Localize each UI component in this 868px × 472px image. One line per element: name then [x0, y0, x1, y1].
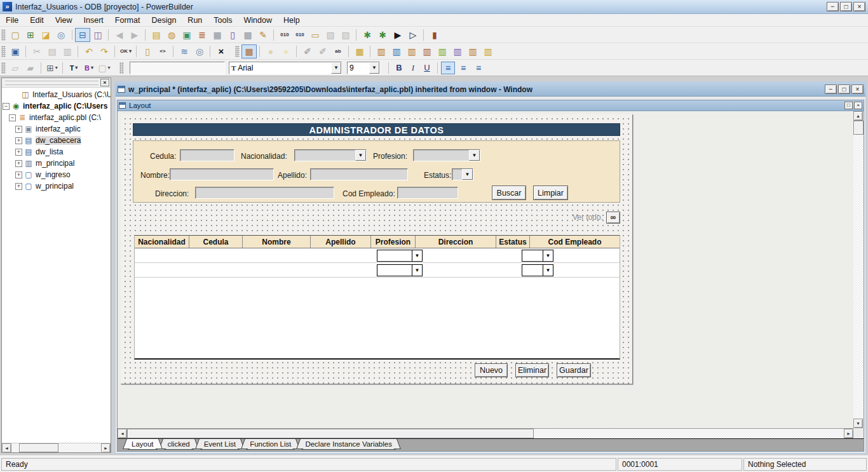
toolbar-grip[interactable]: [1, 46, 6, 57]
nombre-input[interactable]: [170, 168, 274, 180]
grid-column-header[interactable]: Nacionalidad: [135, 236, 189, 248]
export-source-icon[interactable]: 010: [277, 28, 292, 42]
underline-button[interactable]: U: [420, 62, 434, 74]
menu-item[interactable]: Design: [146, 14, 182, 27]
tree-item-application-target[interactable]: − ◉ interfaz_aplic (C:\Users: [2, 100, 111, 112]
painter-tab[interactable]: clicked: [164, 439, 194, 450]
expander-icon[interactable]: +: [15, 160, 22, 167]
menu-item[interactable]: View: [50, 14, 78, 27]
workspace-tree-icon[interactable]: ⊟: [75, 28, 90, 42]
estatus-dropdown[interactable]: ▼: [452, 168, 473, 180]
nuevo-button[interactable]: Nuevo: [475, 363, 508, 377]
scroll-thumb[interactable]: [853, 121, 864, 135]
expander-icon[interactable]: +: [15, 126, 22, 133]
designed-window-w-principal[interactable]: ADMINISTRADOR DE DATOS Cedula: Nacionali…: [121, 114, 633, 384]
datawindow-painter-icon[interactable]: ▯: [225, 28, 240, 42]
cedula-input[interactable]: [180, 149, 234, 161]
scroll-up-icon[interactable]: ▲: [853, 111, 863, 121]
tree-item-dw-lista[interactable]: + ▤ dw_lista: [2, 146, 111, 158]
nacionalidad-dropdown[interactable]: ▼: [294, 149, 367, 161]
toolbar-grip[interactable]: [1, 29, 6, 41]
run-icon[interactable]: ▶: [390, 28, 405, 42]
chevron-down-icon[interactable]: ▼: [412, 265, 422, 276]
grid-column-header[interactable]: Nombre: [243, 236, 311, 248]
paste-window-icon[interactable]: ▥: [450, 44, 465, 58]
drag-handle[interactable]: [5, 81, 98, 85]
scroll-right-icon[interactable]: ►: [844, 429, 853, 438]
background-color-icon[interactable]: B: [81, 61, 97, 75]
scroll-thumb[interactable]: [19, 443, 58, 452]
close-painter-icon[interactable]: ×: [214, 44, 229, 58]
object-name-field[interactable]: [130, 62, 225, 74]
close-icon[interactable]: ×: [100, 79, 109, 86]
expander-icon[interactable]: [12, 91, 19, 98]
close-button[interactable]: ×: [853, 2, 865, 11]
scroll-thumb[interactable]: [127, 429, 534, 438]
expander-icon[interactable]: +: [15, 149, 22, 156]
eraser-link-icon[interactable]: ✐: [315, 44, 330, 58]
undo-icon[interactable]: ↶: [81, 44, 97, 58]
expander-icon[interactable]: −: [9, 114, 16, 121]
apellido-input[interactable]: [310, 168, 408, 180]
scroll-down-icon[interactable]: ▼: [853, 419, 863, 428]
database-painter-icon[interactable]: ▦: [210, 28, 225, 42]
align-left-icon[interactable]: ≡: [441, 62, 455, 74]
db-profile-icon[interactable]: ◍: [164, 28, 179, 42]
paste-function-icon[interactable]: ▥: [419, 44, 435, 58]
expander-icon[interactable]: +: [15, 137, 22, 144]
menu-item[interactable]: Insert: [78, 14, 109, 27]
debug-icon[interactable]: ✱: [360, 28, 375, 42]
bring-to-front-icon[interactable]: ▱: [8, 61, 23, 75]
direccion-input[interactable]: [195, 187, 334, 199]
replace-icon[interactable]: ab: [330, 44, 346, 58]
open-icon[interactable]: ◪: [38, 28, 53, 42]
layout-align-dropdown-icon[interactable]: ⊞: [44, 61, 60, 75]
paste-datatype-icon[interactable]: ▥: [435, 44, 450, 58]
rebuild-icon[interactable]: ▨: [338, 28, 353, 42]
close-button[interactable]: ×: [851, 84, 864, 94]
chevron-down-icon[interactable]: ▼: [543, 250, 553, 261]
scroll-track[interactable]: [127, 429, 844, 438]
database-icon[interactable]: ▩: [240, 28, 255, 42]
menu-item[interactable]: Format: [109, 14, 146, 27]
painter-tab[interactable]: Declare Instance Variables: [301, 439, 396, 450]
grid-column-header[interactable]: Profesion: [371, 236, 416, 248]
tag-icon[interactable]: <>: [155, 44, 170, 58]
uncomment-icon[interactable]: ●: [278, 44, 294, 58]
chevron-down-icon[interactable]: ▼: [543, 265, 553, 276]
profesion-dropdown[interactable]: ▼: [413, 149, 480, 161]
build-icon[interactable]: ▧: [323, 28, 338, 42]
menu-item[interactable]: Run: [182, 14, 208, 27]
edit-source-icon[interactable]: ✎: [255, 28, 271, 42]
header-grid-icon[interactable]: ▦: [352, 44, 367, 58]
text-color-icon[interactable]: T: [66, 61, 81, 75]
comment-icon[interactable]: ●: [263, 44, 278, 58]
grid-row[interactable]: ▼ ▼: [135, 263, 620, 278]
align-right-icon[interactable]: ≡: [471, 62, 485, 74]
cut-icon[interactable]: ✂: [29, 44, 44, 58]
estatus-cell-dropdown[interactable]: ▼: [522, 264, 553, 276]
font-name-combo[interactable]: T Arial ▼: [229, 62, 342, 74]
tree-item-interfaz-aplic[interactable]: + ▣ interfaz_aplic: [2, 123, 111, 135]
align-center-icon[interactable]: ≡: [456, 62, 470, 74]
limpiar-button[interactable]: Limpiar: [533, 185, 568, 200]
buscar-button[interactable]: Buscar: [492, 185, 526, 200]
painter-tab[interactable]: Function List: [246, 439, 295, 450]
scroll-track[interactable]: [853, 121, 864, 419]
paste-statement-icon[interactable]: ▥: [389, 44, 404, 58]
scroll-right-icon[interactable]: ►: [101, 443, 111, 453]
italic-button[interactable]: I: [406, 62, 420, 74]
tree-item-w-principal[interactable]: + ▢ w_principal: [2, 180, 111, 192]
chevron-down-icon[interactable]: ▼: [331, 62, 341, 74]
profesion-cell-dropdown[interactable]: ▼: [377, 250, 423, 262]
select-run-icon[interactable]: ▷: [405, 28, 421, 42]
chevron-down-icon[interactable]: ▼: [369, 62, 379, 74]
painter-tab[interactable]: Event List: [200, 439, 240, 450]
deploy-icon[interactable]: ▭: [308, 28, 323, 42]
eraser-icon[interactable]: ✐: [300, 44, 315, 58]
grid-icon[interactable]: ▦: [241, 44, 257, 58]
restore-button[interactable]: □: [838, 84, 850, 94]
close-button[interactable]: ×: [854, 102, 862, 109]
estatus-cell-dropdown[interactable]: ▼: [522, 250, 553, 262]
send-to-back-icon[interactable]: ▰: [23, 61, 38, 75]
